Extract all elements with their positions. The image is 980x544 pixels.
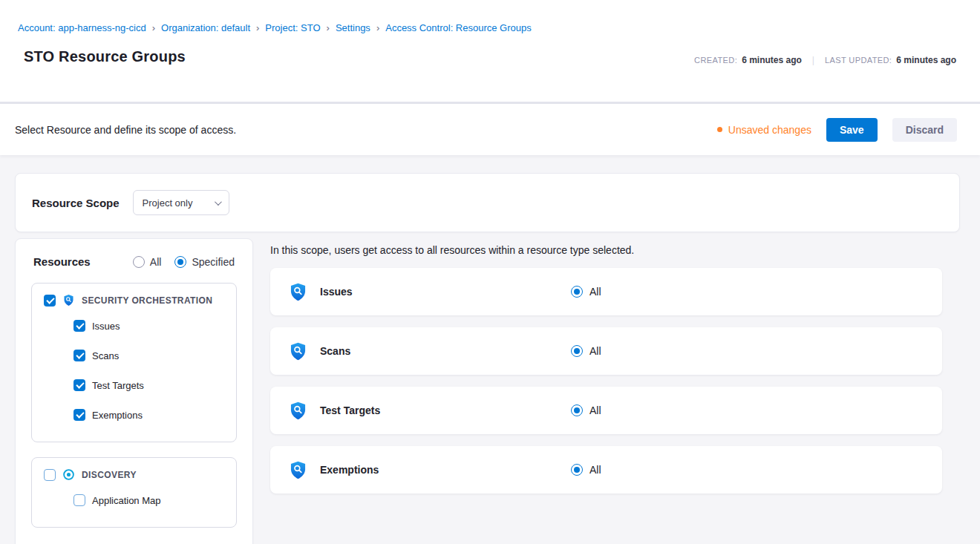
security-orchestration-checkbox[interactable] xyxy=(44,295,56,307)
breadcrumb: Account: app-harness-ng-cicd › Organizat… xyxy=(18,22,962,33)
radio-selected-icon[interactable] xyxy=(571,404,583,416)
resources-panel: Resources All Specified xyxy=(15,238,253,544)
resource-group-security-orchestration: SECURITY ORCHESTRATION Issues Scans Test… xyxy=(31,283,237,442)
discovery-checkbox[interactable] xyxy=(44,469,56,481)
scans-label: Scans xyxy=(92,350,119,361)
unsaved-changes-badge: Unsaved changes xyxy=(717,124,811,136)
resource-group-discovery: DISCOVERY Application Map xyxy=(31,457,237,528)
scope-detail-panel: In this scope, users get access to all r… xyxy=(270,238,942,505)
chevron-right-icon: › xyxy=(327,22,330,33)
page-header: Account: app-harness-ng-cicd › Organizat… xyxy=(0,0,980,102)
scans-checkbox[interactable] xyxy=(74,350,85,361)
created-value: 6 minutes ago xyxy=(742,55,802,65)
resource-scope-label: Resource Scope xyxy=(32,197,120,209)
discovery-target-icon xyxy=(62,468,75,481)
radio-selected-icon[interactable] xyxy=(571,464,583,476)
timestamps: CREATED: 6 minutes ago | LAST UPDATED: 6… xyxy=(694,55,956,65)
radio-all-icon[interactable] xyxy=(133,256,145,268)
sto-shield-icon xyxy=(288,401,308,421)
chevron-right-icon: › xyxy=(376,22,379,33)
access-radio-all[interactable]: All xyxy=(571,345,601,357)
test-targets-checkbox[interactable] xyxy=(74,379,85,391)
resource-row-test-targets: Test Targets All xyxy=(270,387,942,434)
radio-selected-icon[interactable] xyxy=(571,345,583,357)
radio-specified-label: Specified xyxy=(192,256,235,268)
row-label: Test Targets xyxy=(320,404,571,416)
issues-label: Issues xyxy=(92,321,120,332)
group-name-label: DISCOVERY xyxy=(82,470,137,480)
exemptions-checkbox[interactable] xyxy=(74,409,85,421)
access-all-label: All xyxy=(589,345,601,357)
save-button[interactable]: Save xyxy=(826,118,878,142)
sto-shield-icon xyxy=(288,460,308,480)
breadcrumb-organization-link[interactable]: Organization: default xyxy=(161,22,250,33)
resource-scope-selected-value: Project only xyxy=(143,197,193,209)
resource-row-exemptions: Exemptions All xyxy=(270,446,942,494)
meta-divider: | xyxy=(812,55,814,65)
chevron-down-icon xyxy=(215,198,222,206)
radio-option-all[interactable]: All xyxy=(133,256,162,268)
sto-shield-icon xyxy=(288,282,308,302)
chevron-right-icon: › xyxy=(152,22,155,33)
access-all-label: All xyxy=(589,286,601,298)
unsaved-changes-label: Unsaved changes xyxy=(728,124,811,136)
exemptions-label: Exemptions xyxy=(92,410,143,421)
toolbar-description: Select Resource and define its scope of … xyxy=(15,124,236,136)
resource-row-scans: Scans All xyxy=(270,327,942,375)
breadcrumb-project-link[interactable]: Project: STO xyxy=(265,22,320,33)
breadcrumb-account-link[interactable]: Account: app-harness-ng-cicd xyxy=(18,22,146,33)
scope-note: In this scope, users get access to all r… xyxy=(270,244,942,256)
last-updated-value: 6 minutes ago xyxy=(896,55,956,65)
group-name-label: SECURITY ORCHESTRATION xyxy=(82,295,212,306)
action-toolbar: Select Resource and define its scope of … xyxy=(0,104,980,155)
discard-button[interactable]: Discard xyxy=(892,118,957,142)
resources-title: Resources xyxy=(33,255,91,268)
access-all-label: All xyxy=(589,464,601,476)
resource-item-application-map[interactable]: Application Map xyxy=(74,485,224,515)
radio-option-specified[interactable]: Specified xyxy=(174,256,235,268)
row-label: Issues xyxy=(320,286,571,298)
test-targets-label: Test Targets xyxy=(92,380,144,391)
radio-selected-icon[interactable] xyxy=(571,286,583,298)
created-label: CREATED: xyxy=(694,56,737,65)
last-updated-label: LAST UPDATED: xyxy=(825,56,892,65)
resource-item-issues[interactable]: Issues xyxy=(74,311,224,341)
row-label: Exemptions xyxy=(320,464,571,476)
radio-specified-icon[interactable] xyxy=(174,256,186,268)
access-radio-all[interactable]: All xyxy=(571,464,601,476)
issues-checkbox[interactable] xyxy=(74,320,85,332)
breadcrumb-settings-link[interactable]: Settings xyxy=(336,22,370,33)
page-title: STO Resource Groups xyxy=(24,48,186,65)
access-radio-all[interactable]: All xyxy=(571,286,601,298)
resource-item-exemptions[interactable]: Exemptions xyxy=(74,400,224,430)
chevron-right-icon: › xyxy=(256,22,259,33)
main-content: Resource Scope Project only Resources Al… xyxy=(0,155,980,544)
application-map-checkbox[interactable] xyxy=(74,494,85,506)
sto-shield-icon xyxy=(288,341,308,361)
row-label: Scans xyxy=(320,345,571,357)
unsaved-dot-icon xyxy=(717,127,722,132)
radio-all-label: All xyxy=(150,256,162,268)
resource-item-test-targets[interactable]: Test Targets xyxy=(74,370,224,400)
access-radio-all[interactable]: All xyxy=(571,404,601,416)
sto-shield-icon xyxy=(62,294,75,307)
resource-item-scans[interactable]: Scans xyxy=(74,341,224,370)
resource-row-issues: Issues All xyxy=(270,268,942,315)
breadcrumb-resource-groups-link[interactable]: Access Control: Resource Groups xyxy=(385,22,532,33)
access-all-label: All xyxy=(589,404,601,416)
resource-scope-dropdown[interactable]: Project only xyxy=(133,190,229,215)
resource-scope-card: Resource Scope Project only xyxy=(15,173,960,232)
application-map-label: Application Map xyxy=(92,495,161,506)
